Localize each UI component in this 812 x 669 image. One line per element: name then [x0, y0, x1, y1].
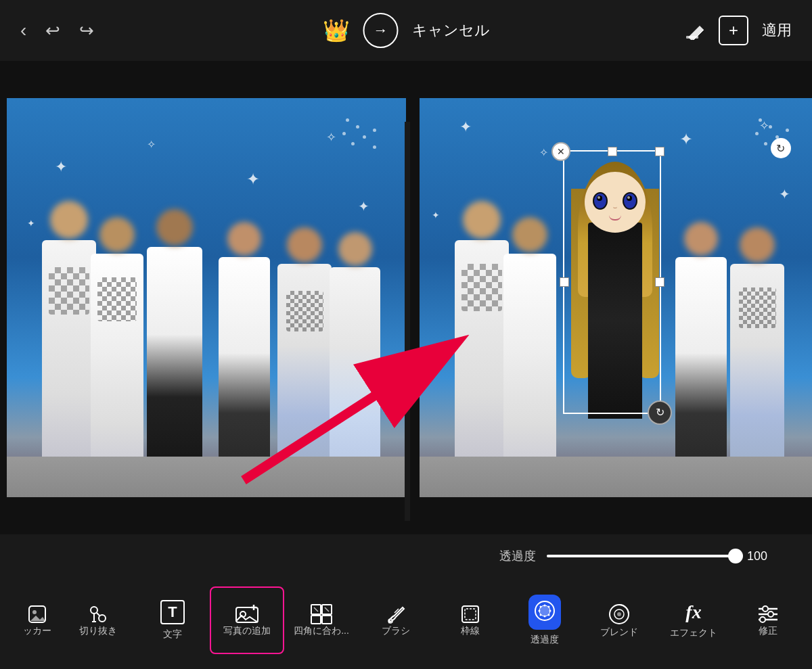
svg-point-36	[617, 612, 621, 616]
svg-point-41	[768, 612, 773, 617]
selection-box[interactable]: ↻	[563, 150, 661, 414]
tool-add-photo[interactable]: 写真の追加	[210, 586, 284, 654]
person-r5	[727, 179, 788, 497]
tool-transparency[interactable]: 透過度	[508, 586, 582, 654]
fit-label: 四角に合わ...	[294, 625, 349, 637]
face-blur-5	[287, 227, 322, 262]
svg-rect-23	[465, 609, 476, 620]
effect-label: エフェクト	[670, 627, 717, 639]
face-blur-3	[156, 209, 193, 246]
rotate-indicator[interactable]: ↻	[771, 138, 791, 158]
person-4	[215, 176, 274, 497]
eraser-button[interactable]	[685, 21, 705, 40]
svg-line-7	[97, 613, 99, 616]
top-bar-left: ‹ ↩ ↪	[20, 20, 94, 41]
person-6	[326, 186, 384, 497]
tool-fit[interactable]: 四角に合わ...	[284, 586, 359, 654]
person-r4	[671, 176, 731, 497]
face-blur-r5	[740, 227, 775, 262]
redo-button[interactable]: ↪	[79, 20, 94, 41]
tool-blend[interactable]: ブレンド	[582, 586, 656, 654]
handle-ml[interactable]	[560, 277, 569, 287]
svg-point-31	[540, 614, 542, 616]
svg-point-28	[548, 605, 550, 607]
face-blur-6	[338, 232, 372, 266]
svg-point-5	[91, 607, 97, 614]
back-button[interactable]: ‹	[20, 20, 26, 41]
adjust-icon	[756, 603, 780, 625]
transparency-label: 透過度	[531, 634, 559, 646]
tool-effect[interactable]: fx エフェクト	[656, 586, 731, 654]
svg-point-32	[544, 615, 546, 617]
tools-row: ッカー 切り抜き T 文字	[0, 571, 812, 669]
svg-rect-16	[311, 616, 321, 624]
cancel-button[interactable]: キャンセル	[412, 20, 490, 41]
main-image-area: ✦ ✧ ✦ ✧ ✦ ✦	[0, 61, 812, 534]
face-blur-r4	[684, 222, 718, 256]
border-left-label: 枠線	[461, 625, 480, 637]
cutout-icon	[87, 603, 109, 625]
opacity-label: 透過度	[499, 548, 536, 564]
forward-button[interactable]: →	[363, 13, 399, 48]
slider-fill	[547, 555, 736, 557]
close-button[interactable]: ✕	[551, 142, 570, 161]
tools-left: ッカー 切り抜き T 文字	[14, 586, 508, 654]
transparency-icon	[533, 599, 557, 623]
svg-point-4	[32, 610, 37, 614]
svg-point-6	[99, 615, 106, 622]
top-toolbar: ‹ ↩ ↪ 👑 → キャンセル + 適用	[0, 0, 812, 61]
add-photo-label: 写真の追加	[223, 625, 271, 637]
face-blur-2	[99, 217, 135, 252]
opacity-row: 透過度 100	[0, 534, 812, 571]
svg-point-29	[539, 609, 541, 612]
svg-line-18	[314, 607, 318, 612]
tool-frame[interactable]: 枠線	[805, 586, 812, 654]
tool-adjust[interactable]: 修正	[731, 586, 805, 654]
effect-icon: fx	[685, 601, 701, 623]
svg-point-40	[763, 606, 768, 612]
svg-point-42	[760, 617, 765, 622]
sparkle-r1: ✦	[459, 118, 472, 136]
svg-point-26	[540, 605, 542, 607]
tool-text[interactable]: T 文字	[135, 586, 210, 654]
tool-cutout[interactable]: 切り抜き	[61, 586, 135, 654]
adjust-label: 修正	[759, 625, 777, 637]
handle-tr[interactable]	[655, 147, 664, 156]
handle-mr[interactable]	[655, 277, 664, 287]
right-photo: ✦ ✧ ✦ ✧ ✦ ✦	[420, 98, 812, 497]
face-blur-r1	[463, 201, 501, 239]
sticker-label: ッカー	[23, 625, 51, 637]
tool-brush[interactable]: ブラシ	[359, 586, 433, 654]
add-button[interactable]: +	[719, 16, 748, 45]
left-photo: ✦ ✧ ✦ ✧ ✦ ✦	[7, 98, 406, 497]
opacity-slider[interactable]	[547, 555, 736, 557]
plus-icon: +	[729, 21, 738, 40]
sticker-icon	[26, 603, 48, 625]
person-2	[87, 172, 148, 497]
person-3	[143, 166, 207, 497]
dot-pattern-tr	[339, 118, 386, 166]
person-r2	[499, 172, 560, 497]
bottom-toolbar: 透過度 100 ッカー	[0, 534, 812, 669]
undo-button[interactable]: ↩	[45, 20, 60, 41]
sparkle-r5: ✦	[432, 210, 440, 221]
crown-icon: 👑	[323, 18, 350, 43]
svg-rect-0	[686, 36, 698, 39]
svg-point-27	[544, 604, 546, 606]
border-left-icon	[459, 603, 481, 625]
tool-border-left[interactable]: 枠線	[433, 586, 508, 654]
sparkle-r3: ✦	[679, 130, 693, 149]
top-bar-right: + 適用	[685, 16, 792, 45]
handle-tc[interactable]	[608, 147, 617, 156]
sparkle-4: ✧	[326, 130, 336, 145]
tool-sticker[interactable]: ッカー	[14, 586, 61, 654]
handle-rotate[interactable]: ↻	[648, 400, 672, 425]
ground-right	[420, 457, 812, 497]
apply-button[interactable]: 適用	[762, 20, 792, 41]
add-photo-icon	[235, 603, 259, 625]
blend-label: ブレンド	[600, 626, 638, 639]
svg-point-33	[548, 614, 550, 616]
slider-thumb[interactable]	[728, 549, 743, 563]
tools-right: 透過度 ブレンド fx エフェクト	[508, 586, 812, 654]
brush-icon	[385, 603, 407, 625]
